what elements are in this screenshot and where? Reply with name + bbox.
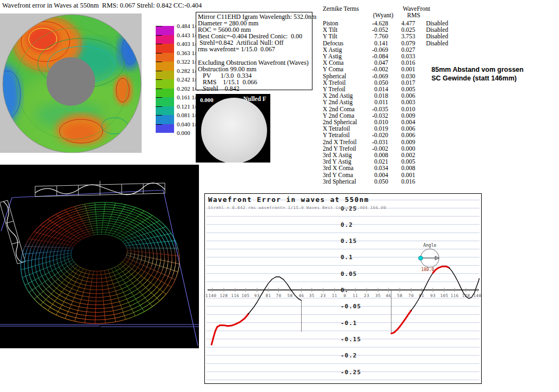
zernike-term-name: Y Tilt [323,33,337,39]
zernike-row: X 2nd Astig0.0180.006 [323,92,485,99]
x-tick-label: 128 [462,293,470,298]
zernike-rms-value: 0.025 [383,26,415,33]
zernike-rms-value: 3.753 [383,33,415,39]
wavefront-contour-map[interactable] [0,13,142,153]
zernike-table: Zernike Terms WaveFront (Wyant) RMS Pist… [323,5,485,192]
app-screen: Wavefront error in Waves at 550nm RMS: 0… [0,0,559,392]
colorbar-tick [156,53,162,53]
colorbar-segment [156,124,174,133]
colorbar-segment [156,79,174,89]
zernike-rms-value: 0.008 [383,165,415,171]
x-tick-label: 58 [287,293,292,298]
view3d-background [0,165,199,348]
wavefront-3d-view[interactable] [0,165,199,348]
zernike-term-name: 3rd Y Coma [323,172,353,178]
zernike-table-title: Zernike Terms [323,5,359,12]
colorbar-segment [156,62,174,71]
zernike-rms-value: 0.006 [383,92,415,99]
zernike-header-wyant: (Wyant) [373,12,394,18]
zernike-term-name: Spherical [323,73,346,79]
colorbar-tick [156,115,162,116]
zernike-row: Y 2nd Astig0.0110.003 [323,99,485,105]
x-tick-label: 70 [408,293,414,298]
zernike-term-name: 3rd Y Astig [323,158,351,165]
x-tick-label: 128 [219,293,228,298]
x-tick-label: 93 [254,293,259,298]
zernike-rms-value: 4.477 [383,20,415,26]
y-tick-label: -0.05 [341,303,361,310]
angle-marker-dot[interactable] [418,256,423,260]
x-tick-label: 105 [440,293,448,298]
colorbar-tick [156,35,162,36]
zernike-term-name: X Astig [323,46,342,53]
zernike-row: Y Trefoil0.0140.005 [323,86,485,92]
nulled-igram-panel[interactable]: 0.000 Nulled F [196,94,270,163]
colorbar-segment [156,106,174,116]
zernike-rms-value: 0.004 [383,119,415,125]
x-tick-label: 70 [276,293,281,298]
colorbar-segment [156,44,174,53]
profile-curve-segment-red [391,310,411,333]
x-tick-label: 116 [231,293,239,298]
colorbar-segment [156,71,174,80]
zernike-term-name: X 2nd Coma [323,106,355,112]
zernike-rms-value: 0.005 [383,158,415,165]
profile-plot-title: Wavefront Error in waves at 550nm [208,195,369,204]
zernike-disabled-flag: Disabled [426,26,448,33]
zernike-term-name: Piston [323,20,338,26]
colorbar-segment [156,89,174,98]
x-tick-label: 1 [205,293,208,298]
zernike-term-name: Y 2nd Coma [323,112,354,119]
nulled-title-label: Nulled F [243,96,267,102]
x-tick-label: 58 [397,293,402,298]
angle-label: Angle [423,243,436,248]
zernike-rms-value: 0.003 [383,99,415,105]
profile-curve-segment-red [433,266,449,273]
colorbar-label: 0.000 [177,130,190,136]
zernike-row: Y Astig-0.0840.033 [323,53,485,59]
profile-curve-segment-black [411,273,433,311]
profile-plot-canvas: 1140128116105938170584635231101123354658… [205,194,481,383]
x-tick-label: 116 [450,293,458,298]
zernike-row: 3rd Y Coma0.0040.001 [323,172,485,178]
zernike-disabled-flag: Disabled [426,33,448,39]
zernike-disabled-flag: Disabled [426,20,448,26]
colorbar-tick [156,106,162,107]
colorbar-tick [156,44,162,44]
x-tick-label: 93 [430,293,436,298]
y-tick-label: -0.2 [341,352,357,359]
profile-curve-segment-red [211,314,248,344]
x-tick-label: 35 [309,293,315,298]
zernike-term-name: Y Astig [323,53,342,59]
zernike-rms-value: 0.001 [383,172,415,178]
zernike-row: 2nd Spherical0.0100.004 [323,119,485,125]
zernike-disabled-flag: Disabled [426,40,448,46]
x-tick-label: 23 [321,293,326,298]
zernike-rms-value: 0.027 [383,46,415,53]
annotation-text: 85mm Abstand vom grossen SC Gewinde (sta… [431,65,523,83]
x-tick-label: 105 [242,293,250,298]
y-tick-label: 0.1 [341,254,353,261]
colorbar-segment [156,35,174,44]
zernike-header-wavefront: WaveFront [403,5,430,12]
profile-plot-panel[interactable]: 1140128116105938170584635231101123354658… [204,193,482,384]
zernike-rms-value: 0.001 [383,66,415,72]
y-tick-label: -0.1 [341,320,357,327]
colorbar-tick [156,97,162,98]
zernike-term-name: 2nd X Trefoil [323,139,357,145]
zernike-term-name: 3rd X Coma [323,165,354,171]
y-tick-label: 0.2 [341,221,353,228]
zernike-rms-value: 0.005 [383,86,415,92]
x-tick-label: 140 [473,293,481,298]
zernike-row: X Astig-0.0690.027 [323,46,485,53]
zernike-row: 2nd X Trefoil-0.0310.009 [323,139,485,145]
zernike-rms-value: 0.017 [383,79,415,86]
zernike-term-name: X 2nd Astig [323,92,353,99]
colorbar-tick [156,71,162,71]
zernike-rms-value: 0.030 [383,73,415,79]
y-tick-label: 0.15 [341,238,357,245]
zernike-rms-value: 0.016 [383,59,415,66]
zernike-term-name: Defocus [323,40,343,46]
zernike-row: Y 2nd Coma-0.0320.009 [323,112,485,119]
zernike-row: Y Tetrafoil-0.0200.006 [323,132,485,138]
